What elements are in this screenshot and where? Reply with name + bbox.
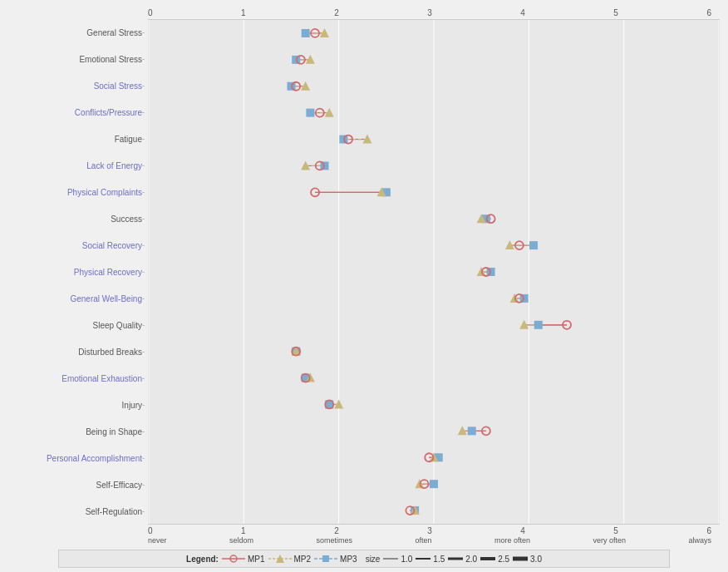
y-label-sleep-quality: Sleep Quality - [8, 312, 145, 338]
bottom-tick-0: 0 [148, 526, 153, 535]
y-label-being-in-shape: Being in Shape - [8, 418, 145, 445]
legend-size-4-label: 2.5 [498, 555, 509, 564]
y-label-social-recovery: Social Recovery - [8, 232, 145, 259]
dp-mp3-15 [468, 427, 476, 435]
y-label-self-regulation: Self-Regulation - [8, 498, 145, 525]
bottom-tick-3: 3 [427, 526, 432, 535]
legend-size-2-label: 1.5 [433, 555, 445, 564]
y-label-success: Success - [8, 205, 145, 232]
legend-size-4: 2.5 [480, 554, 509, 564]
y-label-physical-complaints: Physical Complaints - [8, 179, 145, 205]
legend-area: Legend: MP1 MP2 MP3 size [58, 550, 670, 568]
y-axis-labels: General Stress -Emotional Stress -Social… [8, 19, 148, 525]
legend-size-1-line [383, 554, 398, 564]
top-tick-1: 1 [241, 8, 246, 17]
legend-size-5: 3.0 [513, 554, 542, 564]
y-label-fatigue: Fatigue - [8, 126, 145, 152]
y-label-emotional-stress: Emotional Stress - [8, 46, 145, 72]
y-label-emotional-exhaustion: Emotional Exhaustion - [8, 365, 145, 392]
dp-mp3-11 [534, 321, 543, 329]
legend-size-2-line [416, 554, 430, 564]
legend-size-5-line [513, 554, 528, 564]
label-sometimes: sometimes [316, 536, 352, 545]
dp-mp3-3 [306, 109, 314, 117]
legend-size-2: 1.5 [416, 554, 445, 564]
top-tick-4: 4 [520, 8, 525, 17]
plot-area [148, 19, 720, 525]
legend-size-label: size [366, 555, 381, 564]
y-label-injury: Injury - [8, 392, 145, 418]
legend-mp2-label: MP2 [294, 555, 312, 564]
dp-mp3-8 [529, 241, 538, 249]
y-label-lack-of-energy: Lack of Energy - [8, 152, 145, 179]
legend-size-4-line [480, 554, 495, 564]
dp-mp3-17 [430, 480, 438, 488]
top-axis: 0 1 2 3 4 5 6 [148, 8, 711, 17]
bottom-tick-4: 4 [520, 526, 525, 535]
bottom-axis-numbers: 0 1 2 3 4 5 6 [148, 526, 711, 535]
legend-mp2: MP2 [268, 554, 312, 564]
legend-size-5-label: 3.0 [530, 555, 542, 564]
bottom-tick-5: 5 [613, 526, 618, 535]
legend-mp3: MP3 [314, 554, 357, 564]
label-often: often [415, 536, 431, 545]
top-tick-2: 2 [334, 8, 339, 17]
y-label-social-stress: Social Stress - [8, 72, 145, 99]
label-more-often: more often [494, 536, 530, 545]
bottom-tick-6: 6 [706, 526, 711, 535]
top-tick-5: 5 [613, 8, 618, 17]
dp-mp3-0 [302, 29, 310, 37]
legend-size-3: 2.0 [448, 554, 477, 564]
top-tick-3: 3 [427, 8, 432, 17]
label-never: never [148, 536, 167, 545]
legend-mp1-label: MP1 [248, 555, 265, 564]
label-seldom: seldom [229, 536, 253, 545]
legend-mp1-line [222, 554, 245, 564]
legend-mp2-line [268, 554, 292, 564]
chart-container: 0 1 2 3 4 5 6 General Stress -Emotional … [0, 0, 728, 572]
bottom-tick-2: 2 [334, 526, 339, 535]
chart-body: General Stress -Emotional Stress -Social… [8, 19, 720, 525]
svg-rect-69 [322, 555, 329, 562]
top-tick-0: 0 [148, 8, 153, 17]
y-label-personal-accomplishment: Personal Accomplishment - [8, 445, 145, 471]
legend-mp3-line [314, 554, 337, 564]
legend-size-1: 1.0 [383, 554, 412, 564]
label-very-often: very often [593, 536, 626, 545]
y-label-physical-recovery: Physical Recovery - [8, 259, 145, 285]
legend-size-3-label: 2.0 [465, 555, 477, 564]
legend-size-3-line [448, 554, 463, 564]
y-label-disturbed-breaks: Disturbed Breaks - [8, 338, 145, 365]
y-label-self-efficacy: Self-Efficacy - [8, 471, 145, 498]
legend-mp3-label: MP3 [340, 555, 357, 564]
top-tick-6: 6 [706, 8, 711, 17]
y-label-conflicts-pressure: Conflicts/Pressure - [8, 99, 145, 126]
bottom-tick-1: 1 [241, 526, 246, 535]
y-label-general-well-being: General Well-Being - [8, 285, 145, 312]
plot-svg [149, 20, 719, 524]
legend-title: Legend: [186, 555, 219, 564]
y-label-general-stress: General Stress - [8, 19, 145, 46]
label-always: always [688, 536, 711, 545]
legend-size-1-label: 1.0 [401, 555, 412, 564]
legend-mp1: MP1 [222, 554, 265, 564]
bottom-axis-labels: never seldom sometimes often more often … [148, 536, 711, 545]
